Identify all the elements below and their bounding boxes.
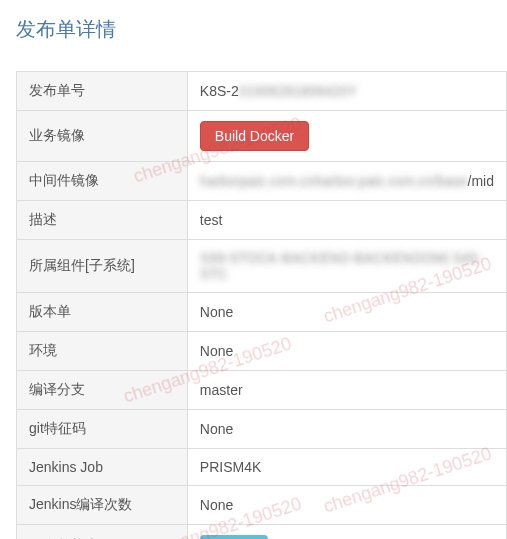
page-title: 发布单详情 <box>16 16 507 43</box>
label-jenkins-count: Jenkins编译次数 <box>17 486 188 525</box>
build-docker-button[interactable]: Build Docker <box>200 121 309 151</box>
label-jenkins-job: Jenkins Job <box>17 449 188 486</box>
value-env: None <box>187 332 506 371</box>
label-biz-image: 业务镜像 <box>17 111 188 162</box>
row-desc: 描述 test <box>17 201 507 240</box>
label-branch: 编译分支 <box>17 371 188 410</box>
row-biz-image: 业务镜像 Build Docker <box>17 111 507 162</box>
value-desc: test <box>187 201 506 240</box>
value-mid-image: harborpaic.com.cnharbor.paic.com.cn/base… <box>187 162 506 201</box>
label-version: 版本单 <box>17 293 188 332</box>
value-release-id: K8S-201906281806420Y <box>187 72 506 111</box>
row-jenkins-count: Jenkins编译次数 None <box>17 486 507 525</box>
value-component: S99-STOCK-BACKEND-BACKENDOM| S45-STC <box>187 240 506 293</box>
value-jenkins-count: None <box>187 486 506 525</box>
label-env: 环境 <box>17 332 188 371</box>
label-mid-image: 中间件镜像 <box>17 162 188 201</box>
detail-table: 发布单号 K8S-201906281806420Y 业务镜像 Build Doc… <box>16 71 507 539</box>
value-status: CREATE <box>187 525 506 540</box>
value-git-tag: None <box>187 410 506 449</box>
label-desc: 描述 <box>17 201 188 240</box>
row-release-id: 发布单号 K8S-201906281806420Y <box>17 72 507 111</box>
value-biz-image: Build Docker <box>187 111 506 162</box>
row-component: 所属组件[子系统] S99-STOCK-BACKEND-BACKENDOM| S… <box>17 240 507 293</box>
value-branch: master <box>187 371 506 410</box>
row-version: 版本单 None <box>17 293 507 332</box>
row-mid-image: 中间件镜像 harborpaic.com.cnharbor.paic.com.c… <box>17 162 507 201</box>
row-branch: 编译分支 master <box>17 371 507 410</box>
label-status: 发布单状态 <box>17 525 188 540</box>
label-git-tag: git特征码 <box>17 410 188 449</box>
label-component: 所属组件[子系统] <box>17 240 188 293</box>
value-version: None <box>187 293 506 332</box>
row-jenkins-job: Jenkins Job PRISM4K <box>17 449 507 486</box>
label-release-id: 发布单号 <box>17 72 188 111</box>
status-badge: CREATE <box>200 535 268 539</box>
row-git-tag: git特征码 None <box>17 410 507 449</box>
row-env: 环境 None <box>17 332 507 371</box>
row-status: 发布单状态 CREATE <box>17 525 507 540</box>
value-jenkins-job: PRISM4K <box>187 449 506 486</box>
